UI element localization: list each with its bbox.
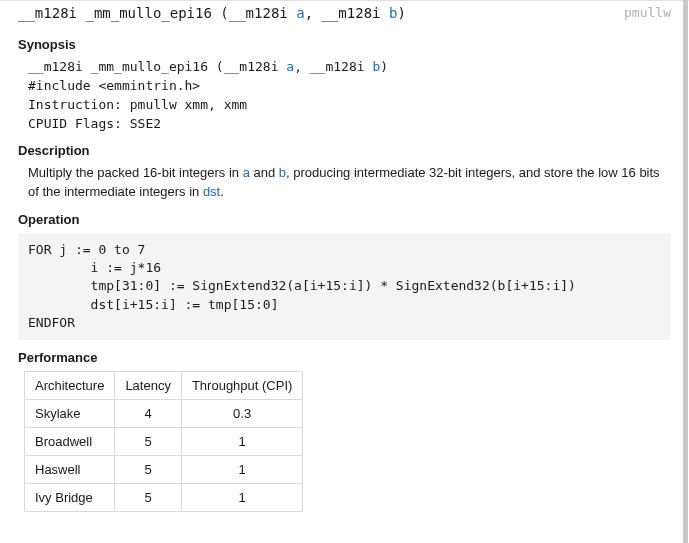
- col-throughput: Throughput (CPI): [181, 372, 302, 400]
- lat-cell: 5: [115, 456, 182, 484]
- comma: ,: [305, 5, 322, 21]
- table-row: Haswell 5 1: [25, 456, 303, 484]
- lat-cell: 4: [115, 400, 182, 428]
- arch-cell: Skylake: [25, 400, 115, 428]
- col-architecture: Architecture: [25, 372, 115, 400]
- arch-cell: Broadwell: [25, 428, 115, 456]
- tp-cell: 1: [181, 456, 302, 484]
- table-header-row: Architecture Latency Throughput (CPI): [25, 372, 303, 400]
- lat-cell: 5: [115, 484, 182, 512]
- signature-row: __m128i _mm_mullo_epi16 (__m128i a, __m1…: [0, 0, 689, 27]
- table-row: Broadwell 5 1: [25, 428, 303, 456]
- scrollbar[interactable]: [683, 0, 688, 543]
- heading-synopsis: Synopsis: [18, 37, 671, 52]
- synopsis-signature: __m128i _mm_mullo_epi16 (__m128i a, __m1…: [28, 58, 671, 77]
- signature: __m128i _mm_mullo_epi16 (__m128i a, __m1…: [18, 5, 612, 21]
- paren-open: (: [220, 5, 228, 21]
- tp-cell: 0.3: [181, 400, 302, 428]
- param-type: __m128i: [322, 5, 381, 21]
- synopsis-cpuid: CPUID Flags: SSE2: [28, 115, 671, 134]
- table-row: Ivy Bridge 5 1: [25, 484, 303, 512]
- operation-pseudocode: FOR j := 0 to 7 i := j*16 tmp[31:0] := S…: [18, 233, 671, 340]
- synopsis-include: #include <emmintrin.h>: [28, 77, 671, 96]
- table-row: Skylake 4 0.3: [25, 400, 303, 428]
- heading-performance: Performance: [18, 350, 671, 365]
- description-text: Multiply the packed 16-bit integers in a…: [28, 164, 671, 202]
- arch-cell: Ivy Bridge: [25, 484, 115, 512]
- synopsis-block: __m128i _mm_mullo_epi16 (__m128i a, __m1…: [28, 58, 671, 133]
- intrinsic-doc: __m128i _mm_mullo_epi16 (__m128i a, __m1…: [0, 0, 689, 512]
- instruction-mnemonic: pmullw: [624, 5, 671, 20]
- tp-cell: 1: [181, 484, 302, 512]
- synopsis-instruction: Instruction: pmullw xmm, xmm: [28, 96, 671, 115]
- heading-description: Description: [18, 143, 671, 158]
- lat-cell: 5: [115, 428, 182, 456]
- col-latency: Latency: [115, 372, 182, 400]
- param-type: __m128i: [229, 5, 288, 21]
- function-name: _mm_mullo_epi16: [85, 5, 211, 21]
- paren-close: ): [397, 5, 405, 21]
- param-name: a: [296, 5, 304, 21]
- heading-operation: Operation: [18, 212, 671, 227]
- tp-cell: 1: [181, 428, 302, 456]
- return-type: __m128i: [18, 5, 77, 21]
- arch-cell: Haswell: [25, 456, 115, 484]
- performance-table: Architecture Latency Throughput (CPI) Sk…: [24, 371, 303, 512]
